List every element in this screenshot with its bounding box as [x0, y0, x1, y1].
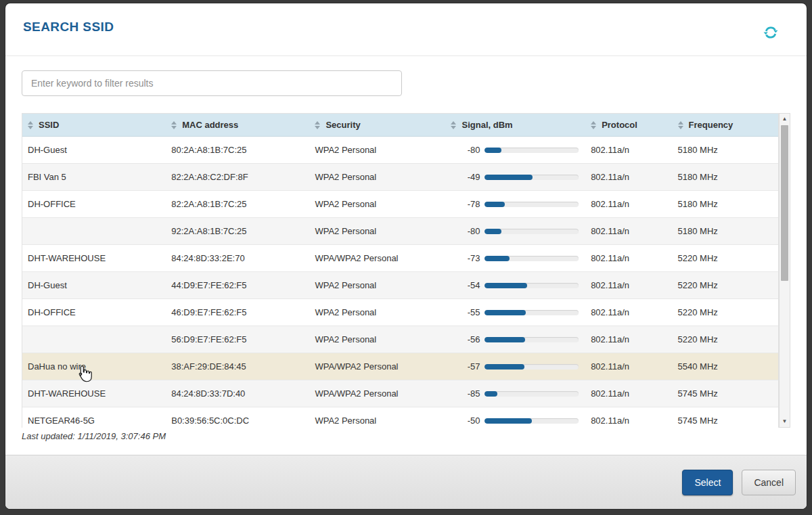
signal-bar-fill — [484, 229, 501, 234]
cell-security: WPA2 Personal — [309, 172, 445, 182]
cell-signal: -49 — [445, 172, 585, 182]
sort-icon — [315, 121, 321, 129]
cell-mac-address: 84:24:8D:33:2E:70 — [166, 253, 309, 263]
cell-security: WPA/WPA2 Personal — [309, 361, 445, 372]
cell-frequency: 5220 MHz — [673, 334, 778, 344]
cell-mac-address: 92:2A:A8:1B:7C:25 — [166, 226, 309, 236]
refresh-icon — [763, 32, 778, 42]
column-header-signal[interactable]: Signal, dBm — [445, 120, 585, 130]
ssid-table-zone: SSID MAC address Security Signal, dBm — [22, 113, 790, 428]
dialog-header: SEARCH SSID — [5, 3, 807, 56]
cell-ssid: DHT-WAREHOUSE — [22, 253, 166, 263]
cell-frequency: 5220 MHz — [673, 280, 778, 290]
scroll-down-arrow-icon[interactable]: ▼ — [780, 416, 790, 427]
signal-bar-fill — [484, 391, 497, 397]
signal-value: -49 — [451, 172, 484, 182]
ssid-filter-input[interactable] — [22, 70, 402, 96]
cell-signal: -80 — [445, 145, 585, 155]
cell-security: WPA2 Personal — [309, 307, 445, 317]
refresh-button[interactable] — [762, 24, 780, 43]
table-row[interactable]: DH-OFFICE 46:D9:E7:FE:62:F5 WPA2 Persona… — [22, 299, 778, 326]
table-row[interactable]: 92:2A:A8:1B:7C:25 WPA2 Personal -80 802.… — [22, 218, 778, 245]
sort-icon — [171, 121, 177, 129]
table-header-row: SSID MAC address Security Signal, dBm — [22, 114, 778, 137]
cell-ssid: DH-OFFICE — [22, 199, 166, 209]
signal-bar-track — [484, 256, 579, 261]
select-button[interactable]: Select — [682, 470, 733, 495]
cell-protocol: 802.11a/n — [585, 388, 672, 399]
cell-protocol: 802.11a/n — [585, 416, 672, 426]
signal-bar-fill — [484, 202, 504, 207]
column-label: Protocol — [602, 120, 637, 130]
signal-bar-track — [484, 364, 579, 370]
signal-bar-fill — [484, 310, 526, 315]
dialog-title: SEARCH SSID — [23, 20, 114, 35]
cell-mac-address: 46:D9:E7:FE:62:F5 — [166, 307, 309, 317]
table-row[interactable]: DH-Guest 44:D9:E7:FE:62:F5 WPA2 Personal… — [22, 272, 778, 299]
table-row[interactable]: DHT-WAREHOUSE 84:24:8D:33:7D:40 WPA/WPA2… — [22, 380, 778, 407]
table-scrollbar[interactable]: ▲ ▼ — [779, 113, 790, 428]
cell-ssid: DH-Guest — [22, 145, 166, 155]
table-row[interactable]: DHT-WAREHOUSE 84:24:8D:33:2E:70 WPA/WPA2… — [22, 245, 778, 272]
table-row[interactable]: DaHua no wire 38:AF:29:DE:84:45 WPA/WPA2… — [22, 353, 778, 380]
column-label: MAC address — [182, 120, 238, 130]
search-ssid-dialog: SEARCH SSID SSID — [5, 3, 807, 509]
cell-frequency: 5180 MHz — [673, 199, 778, 209]
table-row[interactable]: FBI Van 5 82:2A:A8:C2:DF:8F WPA2 Persona… — [22, 164, 778, 191]
cell-mac-address: B0:39:56:5C:0C:DC — [166, 416, 309, 426]
ssid-table: SSID MAC address Security Signal, dBm — [22, 113, 779, 428]
cell-ssid: DHT-WAREHOUSE — [22, 388, 166, 399]
cell-security: WPA2 Personal — [309, 226, 445, 236]
column-header-frequency[interactable]: Frequency — [673, 120, 778, 130]
signal-bar-fill — [484, 283, 526, 288]
column-label: Signal, dBm — [461, 120, 512, 130]
cell-frequency: 5220 MHz — [673, 307, 778, 317]
cell-protocol: 802.11a/n — [585, 280, 672, 290]
cell-frequency: 5745 MHz — [673, 388, 778, 399]
signal-bar-track — [484, 202, 579, 207]
cell-mac-address: 82:2A:A8:1B:7C:25 — [166, 199, 309, 209]
scroll-up-arrow-icon[interactable]: ▲ — [780, 114, 790, 125]
cell-protocol: 802.11a/n — [585, 145, 672, 155]
cell-ssid: FBI Van 5 — [22, 172, 166, 182]
cell-security: WPA2 Personal — [309, 145, 445, 155]
column-header-security[interactable]: Security — [309, 120, 445, 130]
table-row[interactable]: 56:D9:E7:FE:62:F5 WPA2 Personal -56 802.… — [22, 326, 778, 353]
signal-value: -56 — [451, 334, 484, 344]
column-label: Frequency — [689, 120, 734, 130]
sort-icon — [28, 121, 34, 129]
column-header-ssid[interactable]: SSID — [22, 120, 166, 130]
signal-value: -55 — [451, 307, 484, 317]
cell-protocol: 802.11a/n — [585, 361, 672, 372]
cell-security: WPA/WPA2 Personal — [309, 388, 445, 399]
signal-bar-track — [484, 148, 579, 153]
table-row[interactable]: DH-OFFICE 82:2A:A8:1B:7C:25 WPA2 Persona… — [22, 191, 778, 218]
cell-frequency: 5180 MHz — [673, 172, 778, 182]
sort-icon — [591, 121, 597, 129]
scrollbar-thumb[interactable] — [781, 125, 788, 281]
signal-bar-track — [484, 337, 579, 342]
signal-bar-fill — [484, 418, 531, 424]
cell-protocol: 802.11a/n — [585, 334, 672, 344]
cell-ssid: NETGEAR46-5G — [22, 416, 166, 426]
cell-mac-address: 38:AF:29:DE:84:45 — [166, 361, 309, 372]
cell-security: WPA2 Personal — [309, 199, 445, 209]
cell-protocol: 802.11a/n — [585, 307, 672, 317]
cell-mac-address: 44:D9:E7:FE:62:F5 — [166, 280, 309, 290]
column-header-mac-address[interactable]: MAC address — [166, 120, 309, 130]
table-body: DH-Guest 80:2A:A8:1B:7C:25 WPA2 Personal… — [22, 137, 778, 428]
signal-value: -78 — [451, 199, 484, 209]
signal-value: -57 — [451, 361, 484, 372]
table-row[interactable]: NETGEAR46-5G B0:39:56:5C:0C:DC WPA2 Pers… — [22, 407, 778, 428]
signal-bar-track — [484, 229, 579, 234]
cancel-button[interactable]: Cancel — [742, 470, 796, 495]
cell-security: WPA2 Personal — [309, 280, 445, 290]
signal-bar-fill — [484, 337, 525, 342]
signal-bar-track — [484, 283, 579, 288]
signal-value: -80 — [451, 226, 484, 236]
cell-ssid: DH-OFFICE — [22, 307, 166, 317]
signal-value: -54 — [451, 280, 484, 290]
column-header-protocol[interactable]: Protocol — [585, 120, 672, 130]
table-row[interactable]: DH-Guest 80:2A:A8:1B:7C:25 WPA2 Personal… — [22, 137, 778, 164]
cell-security: WPA2 Personal — [309, 416, 445, 426]
